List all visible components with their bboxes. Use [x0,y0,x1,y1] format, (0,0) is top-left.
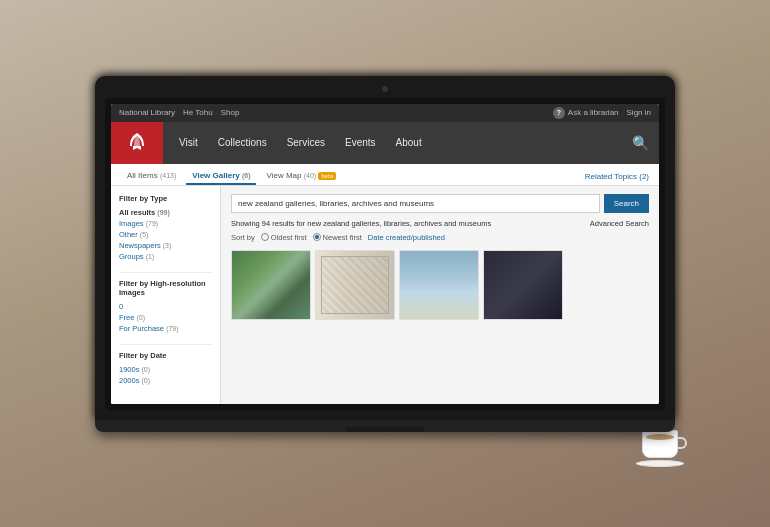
filter-for-purchase[interactable]: For Purchase (79) [119,323,212,334]
laptop-lid: National Library He Tohu Shop ? Ask a li… [95,76,675,420]
nav-items: Visit Collections Services Events About [163,122,622,164]
filter-divider-1 [119,272,212,273]
image-dark[interactable] [483,250,563,320]
image-map[interactable] [315,250,395,320]
filter-free[interactable]: Free (0) [119,312,212,323]
filter-highres-title: Filter by High-resolution Images [119,279,212,297]
sort-label: Sort by [231,233,255,242]
sort-row: Sort by Oldest first Newest first Date c… [231,233,649,242]
sort-oldest-radio[interactable] [261,233,269,241]
results-text: Showing 94 results for new zealand galle… [231,219,491,228]
filter-other[interactable]: Other (5) [119,229,212,240]
cup-body [642,430,678,458]
sort-oldest[interactable]: Oldest first [261,233,307,242]
content-area: Search Showing 94 results for new zealan… [221,186,659,404]
ask-librarian[interactable]: ? Ask a librarian [553,107,619,119]
image-grid [231,250,649,320]
nav-item-services[interactable]: Services [277,122,335,164]
image-aerial[interactable] [231,250,311,320]
sign-in-link[interactable]: Sign in [627,108,651,117]
results-info: Showing 94 results for new zealand galle… [231,219,649,228]
utility-nav-national-library[interactable]: National Library [119,108,175,117]
sort-date-link[interactable]: Date created/published [368,233,445,242]
nav-item-visit[interactable]: Visit [169,122,208,164]
main-nav: Visit Collections Services Events About … [111,122,659,164]
utility-nav-shop[interactable]: Shop [221,108,240,117]
filter-by-type: Filter by Type All results (99) Images (… [119,194,212,262]
search-input[interactable] [231,194,600,213]
nav-item-collections[interactable]: Collections [208,122,277,164]
sort-newest-radio[interactable] [313,233,321,241]
utility-nav-he-tohu[interactable]: He Tohu [183,108,213,117]
main-content: Filter by Type All results (99) Images (… [111,186,659,404]
filter-highres-0[interactable]: 0 [119,301,212,312]
tab-all-items[interactable]: All Items (413) [121,168,182,185]
filter-divider-2 [119,344,212,345]
advanced-search-link[interactable]: Advanced Search [590,219,649,228]
beta-badge: beta [318,172,336,180]
utility-nav-items: National Library He Tohu Shop [119,108,543,117]
nav-item-about[interactable]: About [386,122,432,164]
filter-type-title: Filter by Type [119,194,212,203]
laptop-camera [382,86,388,92]
tab-view-gallery[interactable]: View Gallery (6) [186,168,256,185]
sidebar: Filter by Type All results (99) Images (… [111,186,221,404]
screen-bezel: National Library He Tohu Shop ? Ask a li… [105,98,665,410]
laptop: National Library He Tohu Shop ? Ask a li… [95,76,675,432]
filter-by-date: Filter by Date 1900s (0) 2000s (0) [119,351,212,386]
utility-nav-right: ? Ask a librarian Sign in [553,107,651,119]
logo-icon [122,128,152,158]
filter-images[interactable]: Images (79) [119,218,212,229]
logo-area[interactable] [111,122,163,164]
tab-view-map[interactable]: View Map (40) beta [260,168,342,185]
filter-groups[interactable]: Groups (1) [119,251,212,262]
nav-item-events[interactable]: Events [335,122,386,164]
ask-librarian-label: Ask a librarian [568,108,619,117]
browser-screen: National Library He Tohu Shop ? Ask a li… [111,104,659,404]
secondary-nav: All Items (413) View Gallery (6) View Ma… [111,164,659,186]
coffee-cup [642,430,690,467]
filter-by-high-res: Filter by High-resolution Images 0 Free … [119,279,212,334]
filter-date-title: Filter by Date [119,351,212,360]
filter-1900s[interactable]: 1900s (0) [119,364,212,375]
laptop-base [95,420,675,432]
filter-newspapers[interactable]: Newspapers (3) [119,240,212,251]
filter-all-results[interactable]: All results (99) [119,207,212,218]
search-row: Search [231,194,649,213]
related-topics[interactable]: Related Topics (2) [585,172,649,181]
image-bird[interactable] [399,250,479,320]
search-button[interactable]: Search [604,194,649,213]
cup-handle [677,437,687,449]
utility-nav: National Library He Tohu Shop ? Ask a li… [111,104,659,122]
cup-coffee [646,434,674,440]
question-icon: ? [553,107,565,119]
sort-newest[interactable]: Newest first [313,233,362,242]
cup-saucer [636,460,684,467]
filter-2000s[interactable]: 2000s (0) [119,375,212,386]
search-icon[interactable]: 🔍 [622,122,659,164]
